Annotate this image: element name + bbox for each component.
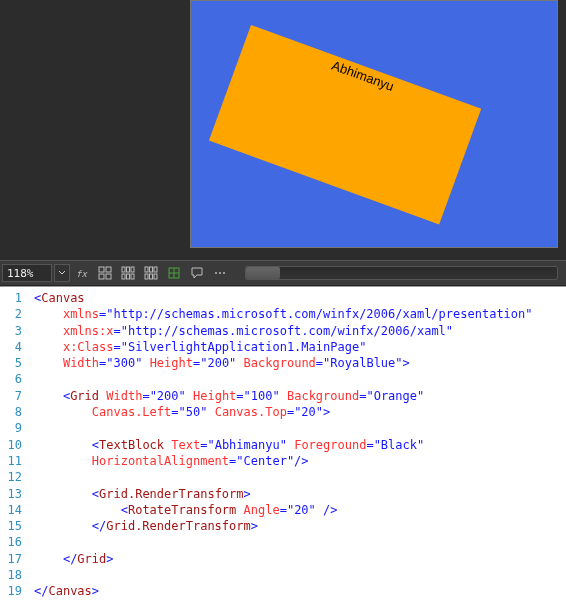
code-line[interactable]: <Grid Width="200" Height="100" Backgroun… [34, 388, 566, 404]
line-number: 9 [0, 420, 28, 436]
designer-toolbar: 118% fx [0, 260, 566, 286]
grid6b-icon [144, 266, 158, 280]
code-line[interactable]: xmlns="http://schemas.microsoft.com/winf… [34, 306, 566, 322]
dots-icon [213, 266, 227, 280]
line-number: 18 [0, 567, 28, 583]
effects-button[interactable]: fx [71, 263, 93, 283]
line-number: 19 [0, 583, 28, 599]
line-number: 4 [0, 339, 28, 355]
canvas-artboard[interactable]: Abhimanyu [190, 0, 558, 248]
split-icon [167, 266, 181, 280]
zoom-dropdown[interactable] [54, 264, 70, 282]
code-line[interactable]: <TextBlock Text="Abhimanyu" Foreground="… [34, 437, 566, 453]
code-editor[interactable]: 12345678910111213141516171819 <Canvas xm… [0, 286, 566, 601]
svg-rect-14 [145, 274, 148, 279]
code-line[interactable] [34, 371, 566, 387]
line-number-gutter: 12345678910111213141516171819 [0, 287, 28, 601]
line-number: 13 [0, 486, 28, 502]
snap-button[interactable] [163, 263, 185, 283]
svg-point-20 [215, 272, 217, 274]
chat-icon [190, 266, 204, 280]
grid6-button[interactable] [117, 263, 139, 283]
svg-rect-8 [122, 274, 125, 279]
svg-rect-1 [99, 267, 104, 272]
code-line[interactable] [34, 469, 566, 485]
code-line[interactable]: </Canvas> [34, 583, 566, 599]
code-line[interactable]: <Canvas [34, 290, 566, 306]
line-number: 6 [0, 371, 28, 387]
svg-rect-5 [122, 267, 125, 272]
line-number: 2 [0, 306, 28, 322]
line-number: 8 [0, 404, 28, 420]
code-area[interactable]: <Canvas xmlns="http://schemas.microsoft.… [28, 287, 566, 601]
svg-point-22 [223, 272, 225, 274]
line-number: 5 [0, 355, 28, 371]
code-line[interactable]: </Grid> [34, 551, 566, 567]
chevron-down-icon [58, 269, 66, 277]
textblock-text: Abhimanyu [330, 58, 396, 94]
code-line[interactable]: <Grid.RenderTransform> [34, 486, 566, 502]
grid4-button[interactable] [94, 263, 116, 283]
svg-point-21 [219, 272, 221, 274]
fx-icon: fx [75, 266, 89, 280]
code-line[interactable]: xmlns:x="http://schemas.microsoft.com/wi… [34, 323, 566, 339]
code-line[interactable]: HorizontalAlignment="Center"/> [34, 453, 566, 469]
svg-rect-9 [127, 274, 130, 279]
svg-rect-6 [127, 267, 130, 272]
designer-preview: Abhimanyu 118% fx [0, 0, 566, 290]
grid6-icon [121, 266, 135, 280]
horizontal-scrollbar[interactable] [245, 266, 558, 280]
zoom-input[interactable]: 118% [2, 264, 52, 282]
code-line[interactable] [34, 567, 566, 583]
svg-rect-4 [106, 274, 111, 279]
svg-rect-10 [131, 274, 134, 279]
grid-rect[interactable]: Abhimanyu [209, 25, 481, 224]
line-number: 12 [0, 469, 28, 485]
svg-rect-16 [154, 274, 157, 279]
line-number: 10 [0, 437, 28, 453]
line-number: 11 [0, 453, 28, 469]
line-number: 7 [0, 388, 28, 404]
line-number: 16 [0, 534, 28, 550]
line-number: 17 [0, 551, 28, 567]
code-line[interactable]: </Grid.RenderTransform> [34, 518, 566, 534]
svg-rect-13 [154, 267, 157, 272]
svg-rect-7 [131, 267, 134, 272]
code-line[interactable] [34, 420, 566, 436]
svg-rect-3 [99, 274, 104, 279]
grid4-icon [98, 266, 112, 280]
line-number: 14 [0, 502, 28, 518]
more-button[interactable] [209, 263, 231, 283]
svg-rect-11 [145, 267, 148, 272]
svg-rect-12 [150, 267, 153, 272]
code-line[interactable]: x:Class="SilverlightApplication1.MainPag… [34, 339, 566, 355]
code-line[interactable]: Width="300" Height="200" Background="Roy… [34, 355, 566, 371]
svg-rect-2 [106, 267, 111, 272]
grid6b-button[interactable] [140, 263, 162, 283]
annotate-button[interactable] [186, 263, 208, 283]
code-line[interactable] [34, 534, 566, 550]
svg-text:fx: fx [76, 269, 88, 279]
line-number: 15 [0, 518, 28, 534]
line-number: 3 [0, 323, 28, 339]
svg-rect-15 [150, 274, 153, 279]
line-number: 1 [0, 290, 28, 306]
code-line[interactable]: <RotateTransform Angle="20" /> [34, 502, 566, 518]
code-line[interactable]: Canvas.Left="50" Canvas.Top="20"> [34, 404, 566, 420]
scrollbar-thumb[interactable] [246, 267, 280, 279]
